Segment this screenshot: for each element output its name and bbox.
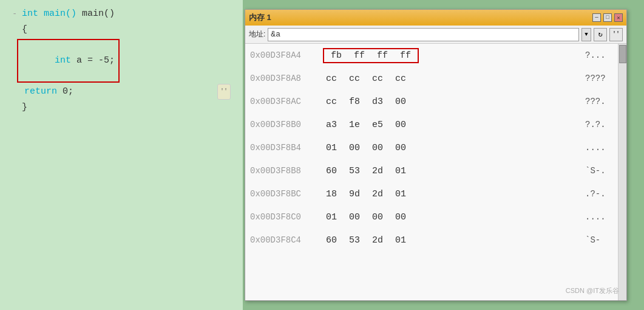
scrollbar[interactable] <box>618 44 626 300</box>
mem-addr-8: 0x00D3F8C4 <box>250 235 323 245</box>
memory-row-1: 0x00D3F8A8 cc cc cc cc ???? <box>245 67 626 90</box>
addr-dropdown[interactable]: ▼ <box>581 28 591 41</box>
mem-byte-4-1: 00 <box>346 143 363 153</box>
mem-byte-5-3: 01 <box>392 166 409 176</box>
memory-row-7: 0x00D3F8C0 01 00 00 00 .... <box>245 205 626 229</box>
mem-byte-3-2: e5 <box>369 120 386 130</box>
window-titlebar: 内存 1 ─ □ ✕ <box>245 10 626 26</box>
more-button[interactable]: '' <box>609 28 623 41</box>
memory-row-3: 0x00D3F8B0 a3 1e e5 00 ?.?. <box>245 113 626 136</box>
mem-byte-6-2: 2d <box>369 189 386 199</box>
mem-bytes-4: 01 00 00 00 <box>323 143 579 153</box>
mem-byte-7-2: 00 <box>369 212 386 222</box>
scrollbar-thumb[interactable] <box>619 45 626 63</box>
mem-byte-1-1: cc <box>346 74 363 84</box>
mem-byte-2-1: f8 <box>346 97 363 107</box>
mem-bytes-3: a3 1e e5 00 <box>323 120 579 130</box>
memory-content[interactable]: 0x00D3F8A4 fb ff ff ff ?... 0x00D3F8A8 c… <box>245 44 626 300</box>
close-brace: } <box>22 101 27 114</box>
mem-byte-1-2: cc <box>369 74 386 84</box>
memory-row-2: 0x00D3F8AC cc f8 d3 00 ???. <box>245 90 626 113</box>
mem-byte-2-0: cc <box>323 97 340 107</box>
mem-byte-5-0: 60 <box>323 166 340 176</box>
code-line-5: } <box>0 100 243 115</box>
mem-chars-6: .?-. <box>579 189 622 199</box>
restore-button[interactable]: □ <box>603 13 612 22</box>
mem-bytes-0: fb ff ff ff <box>323 48 579 63</box>
mem-addr-1: 0x00D3F8A8 <box>250 74 323 83</box>
mem-chars-0: ?... <box>579 50 622 60</box>
highlight-box: fb ff ff ff <box>323 48 419 63</box>
mem-bytes-2: cc f8 d3 00 <box>323 97 579 107</box>
mem-addr-5: 0x00D3F8B8 <box>250 166 323 176</box>
window-title: 内存 1 <box>249 12 271 23</box>
code-line-2: { <box>0 22 243 38</box>
mem-byte-5-1: 53 <box>346 166 363 176</box>
mem-addr-3: 0x00D3F8B0 <box>250 120 323 129</box>
mem-addr-7: 0x00D3F8C0 <box>250 212 323 222</box>
mem-addr-0: 0x00D3F8A4 <box>250 50 323 60</box>
mem-bytes-6: 18 9d 2d 01 <box>323 189 579 199</box>
refresh-button[interactable]: ↻ <box>594 28 607 41</box>
mem-byte-0-3: ff <box>397 50 414 61</box>
mem-byte-4-3: 00 <box>392 143 409 153</box>
keyword-int: int <box>55 55 71 66</box>
mem-byte-7-1: 00 <box>346 212 363 222</box>
mem-byte-0-0: fb <box>328 50 345 61</box>
memory-row-6: 0x00D3F8BC 18 9d 2d 01 .?-. <box>245 182 626 205</box>
code-line-1: - int main() main() <box>0 6 243 22</box>
mem-byte-2-2: d3 <box>369 97 386 107</box>
window-toolbar: 地址: ▼ ↻ '' <box>245 26 626 44</box>
mem-chars-4: .... <box>579 143 622 153</box>
mem-bytes-5: 60 53 2d 01 <box>323 166 579 176</box>
mem-byte-5-2: 2d <box>369 166 386 176</box>
addr-label: 地址: <box>249 29 265 40</box>
mem-bytes-1: cc cc cc cc <box>323 74 579 84</box>
mem-byte-6-1: 9d <box>346 189 363 199</box>
addr-input[interactable] <box>268 28 579 41</box>
memory-row-4: 0x00D3F8B4 01 00 00 00 .... <box>245 136 626 159</box>
minimize-button[interactable]: ─ <box>592 13 601 22</box>
return-value: 0; <box>57 85 73 98</box>
mem-addr-2: 0x00D3F8AC <box>250 97 323 106</box>
mem-byte-8-2: 2d <box>369 235 386 246</box>
code-panel: - int main() main() { int a = -5; return… <box>0 0 243 310</box>
mem-byte-8-1: 53 <box>346 235 363 246</box>
mem-byte-3-0: a3 <box>323 120 340 130</box>
watermark: CSDN @IT发乐谷 <box>566 286 619 295</box>
mem-byte-1-3: cc <box>392 74 409 84</box>
mem-byte-0-1: ff <box>351 50 368 61</box>
keyword-int-main: int main() <box>22 7 76 21</box>
memory-row-0: 0x00D3F8A4 fb ff ff ff ?... <box>245 44 626 67</box>
memory-row-8: 0x00D3F8C4 60 53 2d 01 `S- <box>245 229 626 252</box>
mem-byte-4-0: 01 <box>323 143 340 153</box>
mem-byte-0-2: ff <box>374 50 391 61</box>
mem-byte-6-0: 18 <box>323 189 340 199</box>
mem-byte-3-3: 00 <box>392 120 409 130</box>
mem-addr-6: 0x00D3F8BC <box>250 189 323 199</box>
line-number-1: - <box>5 7 17 21</box>
mem-chars-2: ???. <box>579 97 622 106</box>
mem-byte-8-0: 60 <box>323 235 340 246</box>
mem-byte-7-0: 01 <box>323 212 340 222</box>
mem-chars-5: `S-. <box>579 166 622 176</box>
memory-window: 内存 1 ─ □ ✕ 地址: ▼ ↻ '' 0x00D3F8A4 fb ff f… <box>245 9 627 301</box>
keyword-return: return <box>24 85 57 98</box>
mem-byte-6-3: 01 <box>392 189 409 199</box>
mem-byte-7-3: 00 <box>392 212 409 222</box>
mem-chars-1: ???? <box>579 74 622 83</box>
open-brace: { <box>22 23 27 36</box>
mem-byte-1-0: cc <box>323 74 340 84</box>
mem-bytes-7: 01 00 00 00 <box>323 212 579 222</box>
close-button[interactable]: ✕ <box>614 13 623 22</box>
mem-chars-7: .... <box>579 212 622 222</box>
time-badge: '' <box>217 84 231 100</box>
mem-bytes-8: 60 53 2d 01 <box>323 235 579 246</box>
mem-chars-8: `S- <box>579 235 622 245</box>
mem-chars-3: ?.?. <box>579 120 622 129</box>
code-line-3: int a = -5; <box>0 38 243 84</box>
mem-byte-4-2: 00 <box>369 143 386 153</box>
window-controls: ─ □ ✕ <box>592 13 623 22</box>
mem-byte-8-3: 01 <box>392 235 409 246</box>
mem-byte-2-3: 00 <box>392 97 409 107</box>
